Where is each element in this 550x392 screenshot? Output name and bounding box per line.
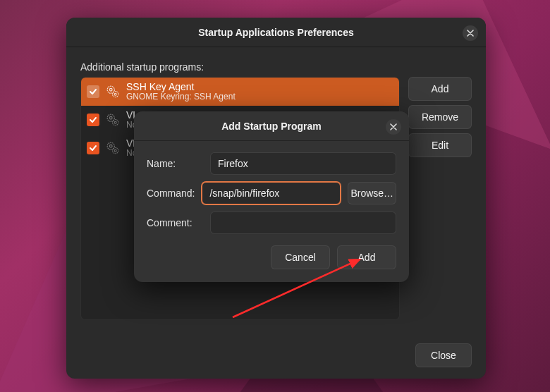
window-close-button[interactable] <box>463 25 478 41</box>
svg-point-9 <box>109 145 112 147</box>
check-icon <box>89 87 97 96</box>
browse-button[interactable]: Browse… <box>348 182 396 204</box>
item-checkbox[interactable] <box>87 85 99 98</box>
name-field[interactable] <box>210 152 396 175</box>
close-button[interactable]: Close <box>415 343 472 367</box>
check-icon <box>89 116 97 124</box>
item-checkbox[interactable] <box>87 114 99 126</box>
window-title: Startup Applications Preferences <box>198 27 353 38</box>
form-row-name: Name: <box>147 152 396 175</box>
close-icon <box>390 123 397 130</box>
comment-field[interactable] <box>210 212 396 234</box>
form-row-comment: Comment: <box>147 212 396 234</box>
svg-point-1 <box>109 88 112 91</box>
section-label: Additional startup programs: <box>80 61 472 73</box>
gear-icon <box>105 140 121 156</box>
item-subtitle: GNOME Keyring: SSH Agent <box>126 92 236 102</box>
gear-icon <box>105 112 121 128</box>
window-titlebar: Startup Applications Preferences <box>66 18 486 47</box>
check-icon <box>89 144 97 152</box>
comment-label: Comment: <box>147 217 203 228</box>
gear-icon <box>105 84 121 99</box>
dialog-close-button[interactable] <box>386 119 401 135</box>
item-checkbox[interactable] <box>87 142 99 154</box>
dialog-add-button[interactable]: Add <box>337 245 396 269</box>
svg-point-5 <box>109 116 112 119</box>
svg-point-2 <box>113 92 118 97</box>
dialog-body: Name: Command: Browse… Comment: <box>134 141 409 238</box>
edit-button[interactable]: Edit <box>408 133 472 157</box>
add-button[interactable]: Add <box>408 77 472 101</box>
dialog-footer: Cancel Add <box>134 238 409 282</box>
name-label: Name: <box>147 158 203 169</box>
form-row-command: Command: Browse… <box>147 182 396 204</box>
svg-point-11 <box>114 149 116 152</box>
dialog-title: Add Startup Program <box>221 121 322 132</box>
svg-point-10 <box>113 148 118 154</box>
svg-point-3 <box>114 93 116 95</box>
add-startup-program-dialog: Add Startup Program Name: Command: Brows… <box>134 111 409 282</box>
cancel-button[interactable]: Cancel <box>271 245 330 269</box>
close-icon <box>467 30 474 37</box>
list-item-ssh-agent[interactable]: SSH Key Agent GNOME Keyring: SSH Agent <box>81 78 399 106</box>
side-button-column: Add Remove Edit <box>408 77 472 320</box>
command-label: Command: <box>147 188 195 199</box>
svg-point-6 <box>113 120 118 125</box>
item-title: SSH Key Agent <box>126 81 236 92</box>
window-footer: Close <box>66 333 486 379</box>
remove-button[interactable]: Remove <box>408 105 472 129</box>
command-field[interactable] <box>202 182 341 204</box>
svg-point-7 <box>114 121 116 123</box>
dialog-titlebar: Add Startup Program <box>134 111 409 141</box>
